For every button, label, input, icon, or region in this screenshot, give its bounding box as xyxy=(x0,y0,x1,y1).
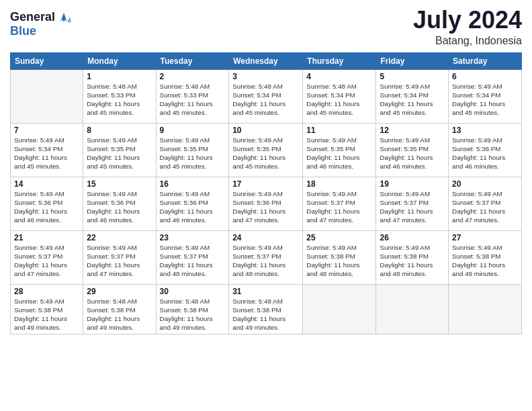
day-info: Sunrise: 5:49 AMSunset: 5:36 PMDaylight:… xyxy=(452,136,518,171)
calendar-cell: 5Sunrise: 5:49 AMSunset: 5:34 PMDaylight… xyxy=(376,69,449,123)
day-info: Sunrise: 5:49 AMSunset: 5:35 PMDaylight:… xyxy=(306,136,372,171)
day-info: Sunrise: 5:49 AMSunset: 5:36 PMDaylight:… xyxy=(14,189,79,225)
calendar-header-row: SundayMondayTuesdayWednesdayThursdayFrid… xyxy=(11,52,522,69)
day-info: Sunrise: 5:49 AMSunset: 5:37 PMDaylight:… xyxy=(232,243,299,279)
day-number: 20 xyxy=(452,179,518,189)
day-number: 27 xyxy=(452,233,518,242)
day-info: Sunrise: 5:49 AMSunset: 5:35 PMDaylight:… xyxy=(232,136,299,171)
day-number: 15 xyxy=(87,179,152,189)
day-number: 25 xyxy=(306,233,372,242)
weekday-header: Sunday xyxy=(11,52,83,69)
day-info: Sunrise: 5:49 AMSunset: 5:36 PMDaylight:… xyxy=(232,189,299,225)
day-number: 1 xyxy=(87,72,152,81)
calendar-cell xyxy=(376,284,449,334)
day-info: Sunrise: 5:49 AMSunset: 5:37 PMDaylight:… xyxy=(306,189,372,225)
day-number: 26 xyxy=(380,233,445,242)
calendar-cell xyxy=(11,69,83,123)
calendar-cell: 18Sunrise: 5:49 AMSunset: 5:37 PMDayligh… xyxy=(303,177,376,230)
day-number: 5 xyxy=(380,72,445,81)
calendar-week-row: 1Sunrise: 5:48 AMSunset: 5:33 PMDaylight… xyxy=(11,69,522,123)
month-year: July 2024 xyxy=(413,7,522,34)
calendar-week-row: 14Sunrise: 5:49 AMSunset: 5:36 PMDayligh… xyxy=(11,177,522,230)
logo-text: General Blue xyxy=(10,10,71,38)
day-number: 14 xyxy=(14,179,79,189)
day-number: 28 xyxy=(14,287,79,296)
day-info: Sunrise: 5:48 AMSunset: 5:33 PMDaylight:… xyxy=(87,82,152,118)
calendar-cell: 2Sunrise: 5:48 AMSunset: 5:33 PMDaylight… xyxy=(156,69,229,123)
calendar-cell xyxy=(449,284,522,334)
day-info: Sunrise: 5:48 AMSunset: 5:38 PMDaylight:… xyxy=(232,297,299,332)
day-info: Sunrise: 5:48 AMSunset: 5:38 PMDaylight:… xyxy=(87,297,152,332)
calendar-cell: 24Sunrise: 5:49 AMSunset: 5:37 PMDayligh… xyxy=(229,230,303,284)
day-number: 7 xyxy=(14,126,79,135)
logo-icon xyxy=(56,10,71,25)
day-info: Sunrise: 5:49 AMSunset: 5:35 PMDaylight:… xyxy=(160,136,226,171)
calendar-week-row: 7Sunrise: 5:49 AMSunset: 5:34 PMDaylight… xyxy=(11,123,522,177)
day-info: Sunrise: 5:49 AMSunset: 5:35 PMDaylight:… xyxy=(380,136,445,171)
calendar-cell: 12Sunrise: 5:49 AMSunset: 5:35 PMDayligh… xyxy=(376,123,449,177)
calendar-cell: 16Sunrise: 5:49 AMSunset: 5:36 PMDayligh… xyxy=(156,177,229,230)
calendar-cell: 1Sunrise: 5:48 AMSunset: 5:33 PMDaylight… xyxy=(83,69,156,123)
calendar-cell: 29Sunrise: 5:48 AMSunset: 5:38 PMDayligh… xyxy=(83,284,156,334)
calendar-cell: 14Sunrise: 5:49 AMSunset: 5:36 PMDayligh… xyxy=(11,177,83,230)
day-info: Sunrise: 5:48 AMSunset: 5:33 PMDaylight:… xyxy=(160,82,226,118)
weekday-header: Saturday xyxy=(449,52,522,69)
day-number: 3 xyxy=(232,72,299,81)
weekday-header: Wednesday xyxy=(229,52,303,69)
title-section: July 2024 Batang, Indonesia xyxy=(413,7,522,47)
day-number: 12 xyxy=(380,126,445,135)
calendar-cell: 8Sunrise: 5:49 AMSunset: 5:35 PMDaylight… xyxy=(83,123,156,177)
day-info: Sunrise: 5:49 AMSunset: 5:38 PMDaylight:… xyxy=(452,243,518,279)
svg-marker-1 xyxy=(67,17,71,22)
calendar-cell: 3Sunrise: 5:48 AMSunset: 5:34 PMDaylight… xyxy=(229,69,303,123)
day-info: Sunrise: 5:48 AMSunset: 5:38 PMDaylight:… xyxy=(160,297,226,332)
location: Batang, Indonesia xyxy=(413,35,522,47)
day-info: Sunrise: 5:49 AMSunset: 5:34 PMDaylight:… xyxy=(14,136,79,171)
day-number: 11 xyxy=(306,126,372,135)
calendar-cell: 10Sunrise: 5:49 AMSunset: 5:35 PMDayligh… xyxy=(229,123,303,177)
weekday-header: Monday xyxy=(83,52,156,69)
calendar-cell: 27Sunrise: 5:49 AMSunset: 5:38 PMDayligh… xyxy=(449,230,522,284)
day-number: 16 xyxy=(160,179,226,189)
day-number: 24 xyxy=(232,233,299,242)
day-info: Sunrise: 5:49 AMSunset: 5:34 PMDaylight:… xyxy=(452,82,518,118)
calendar-cell: 26Sunrise: 5:49 AMSunset: 5:38 PMDayligh… xyxy=(376,230,449,284)
day-number: 6 xyxy=(452,72,518,81)
calendar-cell: 30Sunrise: 5:48 AMSunset: 5:38 PMDayligh… xyxy=(156,284,229,334)
day-number: 29 xyxy=(87,287,152,296)
day-info: Sunrise: 5:49 AMSunset: 5:38 PMDaylight:… xyxy=(380,243,445,279)
day-number: 8 xyxy=(87,126,152,135)
day-number: 18 xyxy=(306,179,372,189)
day-number: 30 xyxy=(160,287,226,296)
day-info: Sunrise: 5:49 AMSunset: 5:37 PMDaylight:… xyxy=(452,189,518,225)
calendar-cell: 28Sunrise: 5:49 AMSunset: 5:38 PMDayligh… xyxy=(11,284,83,334)
calendar-cell: 25Sunrise: 5:49 AMSunset: 5:38 PMDayligh… xyxy=(303,230,376,284)
calendar-cell: 22Sunrise: 5:49 AMSunset: 5:37 PMDayligh… xyxy=(83,230,156,284)
day-info: Sunrise: 5:49 AMSunset: 5:38 PMDaylight:… xyxy=(306,243,372,279)
calendar-cell: 17Sunrise: 5:49 AMSunset: 5:36 PMDayligh… xyxy=(229,177,303,230)
weekday-header: Thursday xyxy=(303,52,376,69)
calendar-cell: 20Sunrise: 5:49 AMSunset: 5:37 PMDayligh… xyxy=(449,177,522,230)
header: General Blue July 2024 Batang, Indonesia xyxy=(10,7,522,47)
day-info: Sunrise: 5:49 AMSunset: 5:37 PMDaylight:… xyxy=(14,243,79,279)
weekday-header: Tuesday xyxy=(156,52,229,69)
calendar-week-row: 28Sunrise: 5:49 AMSunset: 5:38 PMDayligh… xyxy=(11,284,522,334)
day-number: 21 xyxy=(14,233,79,242)
day-info: Sunrise: 5:48 AMSunset: 5:34 PMDaylight:… xyxy=(232,82,299,118)
day-number: 19 xyxy=(380,179,445,189)
page: General Blue July 2024 Batang, Indonesia… xyxy=(0,0,532,411)
day-number: 17 xyxy=(232,179,299,189)
day-info: Sunrise: 5:49 AMSunset: 5:34 PMDaylight:… xyxy=(380,82,445,118)
calendar-cell: 23Sunrise: 5:49 AMSunset: 5:37 PMDayligh… xyxy=(156,230,229,284)
day-info: Sunrise: 5:49 AMSunset: 5:36 PMDaylight:… xyxy=(87,189,152,225)
day-number: 23 xyxy=(160,233,226,242)
calendar-cell xyxy=(303,284,376,334)
svg-marker-0 xyxy=(60,13,67,22)
calendar-cell: 7Sunrise: 5:49 AMSunset: 5:34 PMDaylight… xyxy=(11,123,83,177)
day-number: 9 xyxy=(160,126,226,135)
calendar-week-row: 21Sunrise: 5:49 AMSunset: 5:37 PMDayligh… xyxy=(11,230,522,284)
calendar-cell: 21Sunrise: 5:49 AMSunset: 5:37 PMDayligh… xyxy=(11,230,83,284)
day-number: 22 xyxy=(87,233,152,242)
calendar-cell: 4Sunrise: 5:48 AMSunset: 5:34 PMDaylight… xyxy=(303,69,376,123)
day-number: 31 xyxy=(232,287,299,296)
